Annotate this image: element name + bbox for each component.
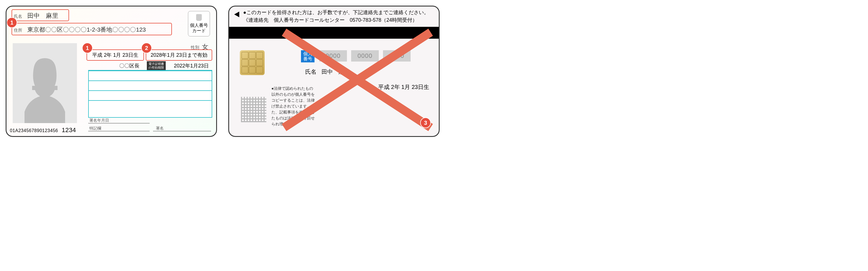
mynumber-label: 個人 番号 (301, 50, 314, 62)
card-back: ●このカードを拾得された方は、お手数ですが、下記連絡先までご連絡ください。 《連… (228, 6, 440, 137)
callout-2: 2 (141, 43, 152, 53)
sex-label: 性別 (191, 45, 199, 50)
serial-value: 01A234567890123456 (10, 128, 58, 133)
highlight-addr (11, 23, 172, 35)
sig-date-line (88, 123, 150, 124)
card-front: 氏名 田中 麻里 1 住所 東京都〇〇区〇〇〇〇1-2-3番地〇〇〇〇123 個… (6, 6, 217, 137)
ic-chip-icon (196, 14, 202, 21)
card-type-label: 個人番号 カード (188, 23, 210, 33)
legal-text: ●法律で認められたもの以外のものが個人番号をコピーすることは、法律げ禁止されてい… (271, 85, 315, 127)
sig-label: 署名 (156, 126, 164, 131)
notes-area (88, 70, 212, 118)
cert-date: 2022年1月23日 (174, 62, 209, 69)
callout-1b: 1 (82, 43, 93, 53)
dob-value: 平成 2年 1月 23日生 (92, 52, 138, 58)
qr-code-icon (241, 97, 266, 122)
num-group-3: 0000 (383, 50, 411, 61)
callout-3: 3 (420, 117, 431, 128)
sig-date-label: 署名年月日 (89, 118, 109, 123)
notice-line2: 《連連絡先 個人番号カードコールセンター 0570-783-578（24時間受付… (243, 17, 433, 24)
remarks-line (88, 131, 150, 131)
person-silhouette-icon (18, 48, 71, 123)
pin-value: 1234 (62, 127, 76, 134)
chip-icon (240, 50, 265, 75)
issuer-value: 〇〇区長 (119, 62, 140, 69)
back-name-value: 田中 麻里 (321, 69, 350, 75)
notice-line1: ●このカードを拾得された方は、お手数ですが、下記連絡先までご連絡ください。 (243, 9, 433, 17)
magnetic-stripe (229, 27, 439, 39)
sig-line (153, 131, 211, 131)
back-notice: ●このカードを拾得された方は、お手数ですが、下記連絡先までご連絡ください。 《連… (229, 6, 439, 27)
remarks-label: 特記欄 (89, 126, 101, 131)
num-group-1: 0000 (319, 50, 347, 61)
back-dob: 平成 2年 1月 23日生 (378, 83, 429, 91)
cert-label: 電子証明書 の有効期限 (147, 61, 166, 70)
triangle-icon (234, 11, 239, 17)
highlight-name (11, 9, 69, 21)
highlight-expiry: 2028年1月 23日まで有効 (146, 49, 212, 61)
photo-placeholder (13, 43, 77, 123)
callout-1a: 1 (6, 17, 17, 28)
card-type-box: 個人番号 カード (188, 11, 210, 36)
expiry-value: 2028年1月 23日まで有効 (151, 52, 207, 58)
back-name-label: 氏名 (305, 69, 316, 75)
highlight-dob: 平成 2年 1月 23日生 (87, 49, 144, 61)
num-group-2: 0000 (351, 50, 379, 61)
